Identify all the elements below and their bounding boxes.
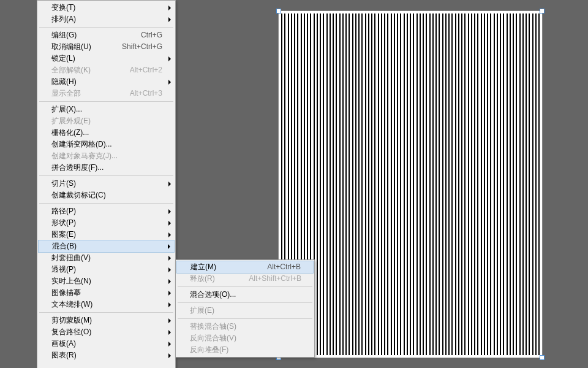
sub_menu-item[interactable]: 建立(M)Alt+Ctrl+B	[176, 261, 314, 274]
main_menu-item[interactable]: 图像描摹	[38, 287, 175, 299]
object-context-menu[interactable]: 变换(T)排列(A)编组(G)Ctrl+G取消编组(U)Shift+Ctrl+G…	[37, 0, 176, 368]
vertical-line[interactable]	[342, 13, 344, 355]
vertical-line[interactable]	[432, 13, 434, 355]
main_menu-item[interactable]: 隐藏(H)	[38, 76, 175, 88]
blend-submenu[interactable]: 建立(M)Alt+Ctrl+B释放(R)Alt+Shift+Ctrl+B混合选项…	[175, 259, 315, 358]
main_menu-item[interactable]: 图表(R)	[38, 350, 175, 361]
main_menu-item[interactable]: 取消编组(U)Shift+Ctrl+G	[38, 41, 175, 53]
vertical-line[interactable]	[352, 13, 353, 355]
vertical-line[interactable]	[336, 13, 337, 355]
vertical-line[interactable]	[445, 13, 447, 355]
vertical-line[interactable]	[529, 13, 530, 355]
vertical-line[interactable]	[391, 13, 392, 355]
main_menu-item[interactable]: 图案(E)	[38, 229, 175, 240]
main_menu-item[interactable]: 透视(P)	[38, 264, 175, 275]
vertical-line[interactable]	[503, 13, 504, 355]
vertical-line[interactable]	[532, 13, 533, 355]
vertical-line[interactable]	[487, 13, 488, 355]
vertical-line[interactable]	[538, 13, 540, 355]
vertical-line[interactable]	[429, 13, 431, 355]
main_menu-item[interactable]: 混合(B)	[38, 240, 175, 253]
vertical-line[interactable]	[535, 13, 537, 355]
vertical-line[interactable]	[323, 13, 324, 355]
vertical-line[interactable]	[423, 13, 424, 355]
vertical-line[interactable]	[333, 13, 334, 355]
main_menu-item[interactable]: 文本绕排(W)	[38, 299, 175, 310]
main_menu-item[interactable]: 封套扭曲(V)	[38, 252, 175, 264]
main_menu-item[interactable]: 编组(G)Ctrl+G	[38, 29, 175, 41]
vertical-line[interactable]	[394, 13, 395, 355]
vertical-line[interactable]	[494, 13, 495, 355]
main_menu-item[interactable]: 实时上色(N)	[38, 275, 175, 287]
vertical-line[interactable]	[381, 13, 382, 355]
vertical-line[interactable]	[420, 13, 421, 355]
vertical-line[interactable]	[468, 13, 469, 355]
vertical-line[interactable]	[371, 13, 372, 355]
main_menu-item[interactable]: 扩展(X)...	[38, 104, 175, 115]
vertical-line[interactable]	[451, 13, 453, 355]
vertical-line[interactable]	[519, 13, 521, 355]
vertical-line[interactable]	[484, 13, 485, 355]
vertical-line[interactable]	[355, 13, 356, 355]
vertical-line[interactable]	[516, 13, 517, 355]
vertical-line[interactable]	[471, 13, 472, 355]
vertical-line[interactable]	[464, 13, 466, 355]
vertical-line[interactable]	[477, 13, 478, 355]
vertical-line[interactable]	[361, 13, 363, 355]
vertical-line[interactable]	[458, 13, 459, 355]
vertical-line[interactable]	[439, 13, 440, 355]
vertical-line[interactable]	[507, 13, 508, 355]
artboard[interactable]	[279, 11, 542, 358]
vertical-line[interactable]	[320, 13, 321, 355]
main_menu-item[interactable]: 复合路径(O)	[38, 326, 175, 338]
vertical-line[interactable]	[461, 13, 462, 355]
vertical-line[interactable]	[407, 13, 408, 355]
main_menu-item[interactable]: 画板(A)	[38, 338, 175, 350]
vertical-line[interactable]	[374, 13, 375, 355]
vertical-line[interactable]	[410, 13, 411, 355]
vertical-line[interactable]	[455, 13, 456, 355]
vertical-line[interactable]	[339, 13, 341, 355]
main_menu-item[interactable]: 排列(A)	[38, 13, 175, 25]
vertical-line[interactable]	[442, 13, 443, 355]
vertical-line[interactable]	[326, 13, 328, 355]
vertical-line[interactable]	[513, 13, 514, 355]
main_menu-item[interactable]: 创建渐变网格(D)...	[38, 139, 175, 150]
main_menu-item[interactable]: 拼合透明度(F)...	[38, 162, 175, 174]
selection-handle[interactable]	[540, 355, 545, 360]
main_menu-item[interactable]: 切片(S)	[38, 178, 175, 190]
main_menu-item[interactable]: 剪切蒙版(M)	[38, 315, 175, 326]
vertical-line[interactable]	[490, 13, 491, 355]
vertical-line[interactable]	[522, 13, 524, 355]
vertical-line[interactable]	[345, 13, 347, 355]
main_menu-item[interactable]: 变换(T)	[38, 2, 175, 13]
vertical-line[interactable]	[387, 13, 388, 355]
vertical-line[interactable]	[368, 13, 369, 355]
vertical-line[interactable]	[413, 13, 414, 355]
main_menu-item[interactable]: 路径(P)	[38, 205, 175, 217]
main_menu-item[interactable]: 形状(P)	[38, 217, 175, 229]
vertical-line[interactable]	[435, 13, 437, 355]
vertical-line[interactable]	[397, 13, 398, 355]
selection-handle[interactable]	[276, 9, 281, 13]
vertical-line[interactable]	[500, 13, 501, 355]
main_menu-item[interactable]: 栅格化(Z)...	[38, 127, 175, 139]
main_menu-item[interactable]: 创建裁切标记(C)	[38, 190, 175, 201]
vertical-line[interactable]	[349, 13, 350, 355]
vertical-line[interactable]	[474, 13, 475, 355]
vertical-line[interactable]	[358, 13, 360, 355]
vertical-line[interactable]	[510, 13, 511, 355]
vertical-line[interactable]	[481, 13, 482, 355]
vertical-line[interactable]	[330, 13, 331, 355]
main_menu-item[interactable]: 锁定(L)	[38, 53, 175, 64]
vertical-line[interactable]	[497, 13, 498, 355]
vertical-line[interactable]	[317, 13, 318, 355]
vertical-line[interactable]	[378, 13, 379, 355]
vertical-line[interactable]	[404, 13, 405, 355]
vertical-line[interactable]	[400, 13, 401, 355]
vertical-line[interactable]	[526, 13, 527, 355]
vertical-line[interactable]	[417, 13, 418, 355]
sub_menu-item[interactable]: 混合选项(O)...	[176, 289, 314, 301]
vertical-line[interactable]	[426, 13, 427, 355]
vertical-line[interactable]	[384, 13, 385, 355]
